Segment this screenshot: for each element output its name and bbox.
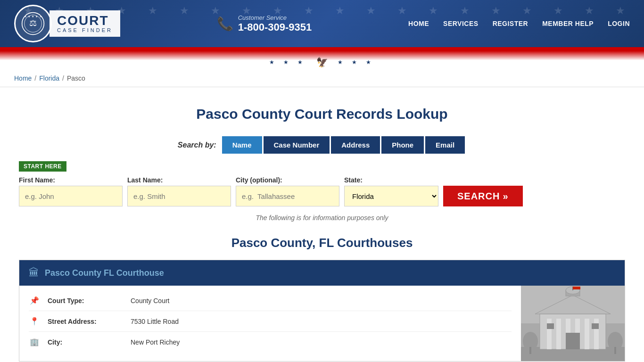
site-header: ⚖ ★ ★ ★ ★ ★ COURT CASE FINDER 📞 Customer… [0,0,644,47]
first-name-label: First Name: [19,176,123,184]
customer-service-label: Customer Service [238,14,312,21]
info-note: The following is for information purpose… [19,214,625,222]
courthouse-image-svg [521,286,625,361]
street-address-icon: 📍 [29,317,40,326]
last-name-input[interactable] [127,186,231,206]
svg-rect-8 [547,319,552,349]
nav-services[interactable]: SERVICES [443,20,479,27]
breadcrumb-sep-1: / [34,74,36,82]
eagle-right-stars: ★ ★ ★ [338,59,375,66]
svg-rect-23 [529,347,531,354]
eagle-area: ★ ★ ★ 🦅 ★ ★ ★ [269,57,375,68]
logo-area: ⚖ ★ ★ ★ ★ ★ COURT CASE FINDER [14,5,120,42]
courthouse-header-icon: 🏛 [29,267,39,279]
search-by-row: Search by: Name Case Number Address Phon… [19,136,625,154]
breadcrumb-current: Pasco [67,74,85,82]
logo-case-finder-text: CASE FINDER [57,27,113,33]
first-name-group: First Name: [19,176,123,206]
logo-court-text: COURT [57,14,113,27]
court-type-icon: 📌 [29,296,40,305]
search-button[interactable]: SEARCH » [443,186,523,206]
city-input[interactable] [236,186,339,206]
svg-rect-12 [585,319,589,349]
info-row-court-type: 📌 Court Type: County Court [29,290,512,311]
state-group: State: Florida Alabama Alaska Arizona Ge… [344,176,438,206]
search-form-area: START HERE First Name: Last Name: City (… [19,161,625,206]
last-name-group: Last Name: [127,176,231,206]
svg-rect-18 [547,323,554,329]
courthouse-info: 📌 Court Type: County Court 📍 Street Addr… [19,286,521,361]
court-type-label: Court Type: [48,297,123,304]
search-form-row: First Name: Last Name: City (optional): … [19,176,625,206]
city-group: City (optional): [236,176,339,206]
red-banner-strip [0,47,644,51]
tab-phone[interactable]: Phone [381,136,424,154]
courthouse-image [521,286,625,361]
nav-register[interactable]: REGISTER [493,20,528,27]
logo-text: COURT CASE FINDER [50,10,120,37]
customer-service-area: 📞 Customer Service 1-800-309-9351 [217,14,312,33]
breadcrumb-sep-2: / [62,74,64,82]
info-row-street-address: 📍 Street Address: 7530 Little Road [29,311,512,332]
search-button-chevron: » [503,191,508,202]
tab-name[interactable]: Name [222,136,262,154]
eagle-icon: 🦅 [316,57,328,68]
city-label: City (optional): [236,176,339,184]
main-nav: HOME SERVICES REGISTER MEMBER HELP LOGIN [408,20,630,27]
courthouse-name-link[interactable]: Pasco County FL Courthouse [45,268,164,278]
search-by-label: Search by: [178,141,216,149]
city-info-value: New Port Richey [131,338,180,346]
svg-rect-17 [566,333,580,349]
state-select[interactable]: Florida Alabama Alaska Arizona Georgia T… [344,186,438,206]
breadcrumb: Home / Florida / Pasco [0,70,644,87]
nav-member-help[interactable]: MEMBER HELP [542,20,594,27]
courthouse-body: 📌 Court Type: County Court 📍 Street Addr… [19,286,625,361]
breadcrumb-florida[interactable]: Florida [39,74,59,82]
street-address-value: 7530 Little Road [131,318,179,325]
city-icon: 🏢 [29,337,40,346]
start-here-badge: START HERE [19,161,66,172]
svg-rect-9 [556,319,561,349]
breadcrumb-home[interactable]: Home [14,74,32,82]
info-row-city: 🏢 City: New Port Richey [29,332,512,352]
main-content: Pasco County Court Records Lookup Search… [0,87,644,362]
tab-email[interactable]: Email [425,136,465,154]
logo-circle: ⚖ ★ ★ ★ ★ ★ [14,5,52,42]
nav-login[interactable]: LOGIN [608,20,630,27]
svg-rect-21 [573,287,580,289]
tab-case-number[interactable]: Case Number [264,136,330,154]
page-title: Pasco County Court Records Lookup [19,106,625,122]
courthouses-title: Pasco County, FL Courthouses [19,236,625,250]
first-name-input[interactable] [19,186,123,206]
last-name-label: Last Name: [127,176,231,184]
svg-rect-19 [592,323,599,329]
city-info-label: City: [48,338,123,346]
courthouse-card-header: 🏛 Pasco County FL Courthouse [19,260,625,286]
court-type-value: County Court [131,297,169,304]
eagle-banner: ★ ★ ★ 🦅 ★ ★ ★ [0,51,644,70]
state-label: State: [344,176,438,184]
svg-text:⚖: ⚖ [29,18,37,28]
nav-home[interactable]: HOME [408,20,429,27]
svg-text:★ ★ ★ ★ ★: ★ ★ ★ ★ ★ [24,15,42,18]
svg-rect-13 [594,319,599,349]
courthouse-card: 🏛 Pasco County FL Courthouse 📌 Court Typ… [19,260,625,362]
logo-seal-icon: ⚖ ★ ★ ★ ★ ★ [21,12,45,35]
phone-icon: 📞 [217,16,233,32]
search-button-label: SEARCH [457,191,500,202]
customer-service-phone: 1-800-309-9351 [238,21,312,33]
tab-address[interactable]: Address [331,136,380,154]
svg-rect-25 [614,347,616,354]
street-address-label: Street Address: [48,318,123,325]
eagle-left-stars: ★ ★ ★ [269,59,307,66]
